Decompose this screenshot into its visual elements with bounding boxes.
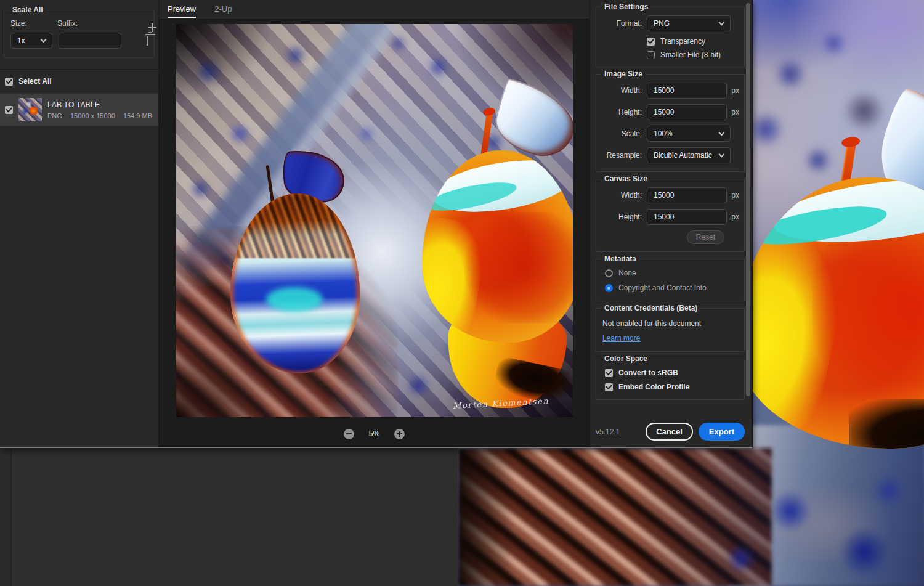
cancel-button[interactable]: Cancel: [646, 423, 693, 441]
learn-more-link[interactable]: Learn more: [602, 334, 640, 343]
file-item-checkbox[interactable]: [5, 106, 13, 114]
file-item-filesize: 154.9 MB: [123, 112, 152, 120]
big-apple-body-shape: [738, 177, 924, 449]
image-height-input[interactable]: [654, 108, 720, 116]
canvas-width-unit: px: [731, 191, 739, 200]
smaller-file-checkbox[interactable]: [647, 51, 655, 59]
format-label: Format:: [601, 19, 642, 28]
resample-dropdown[interactable]: Bicubic Automatic: [647, 147, 731, 163]
image-width-input[interactable]: [654, 86, 720, 95]
content-credentials-section: Content Credentials (Beta) Not enabled f…: [596, 308, 745, 352]
transparency-checkbox[interactable]: [647, 38, 655, 46]
file-list-item[interactable]: LAB TO TABLE PNG 15000 x 15000 154.9 MB: [0, 93, 158, 126]
format-dropdown[interactable]: PNG: [647, 15, 731, 31]
scale-all-legend: Scale All: [9, 6, 46, 14]
canvas-height-label: Height:: [601, 213, 642, 221]
chevron-down-icon: [719, 152, 725, 158]
embed-profile-label: Embed Color Profile: [618, 383, 689, 391]
smaller-file-label: Smaller File (8-bit): [660, 51, 721, 59]
image-width-label: Width:: [601, 86, 642, 95]
canvas-size-legend: Canvas Size: [601, 174, 650, 183]
preview-stage: Morten Klementsen: [159, 18, 590, 421]
reset-button[interactable]: Reset: [687, 230, 724, 244]
tab-preview[interactable]: Preview: [168, 0, 196, 18]
version-text: v5.12.1: [596, 428, 620, 436]
color-space-section: Color Space Convert to sRGB Embed Color …: [596, 359, 745, 400]
resample-label: Resample:: [601, 151, 642, 160]
select-all-row: Select All: [0, 70, 158, 93]
big-apple-shape: [738, 153, 924, 449]
metadata-copyright-radio[interactable]: [605, 284, 613, 292]
export-settings-panel: File Settings Format: PNG Transparency S…: [590, 0, 752, 447]
dialog-scrollbar[interactable]: [746, 3, 750, 396]
image-size-legend: Image Size: [601, 70, 646, 78]
artwork-navy-blobs-layer: [679, 450, 924, 586]
metadata-section: Metadata None Copyright and Contact Info: [596, 259, 745, 301]
photoshop-export-screen: Scale All Size: Suffix: 1x: [0, 0, 924, 586]
tab-2-up[interactable]: 2-Up: [214, 0, 232, 18]
metadata-copyright-label: Copyright and Contact Info: [618, 283, 707, 292]
scale-dropdown[interactable]: 100%: [647, 126, 731, 142]
scale-label: Scale:: [601, 129, 642, 138]
file-item-name: LAB TO TABLE: [47, 100, 152, 109]
file-settings-section: File Settings Format: PNG Transparency S…: [596, 7, 745, 67]
embed-profile-checkbox[interactable]: [605, 383, 613, 391]
canvas-height-unit: px: [731, 213, 739, 221]
trash-icon: [147, 36, 148, 46]
preview-tabbar: Preview 2-Up: [159, 0, 590, 18]
export-as-dialog: Scale All Size: Suffix: 1x: [0, 0, 753, 448]
image-height-label: Height:: [601, 108, 642, 116]
image-height-unit: px: [731, 108, 739, 116]
image-width-unit: px: [731, 86, 739, 95]
canvas-width-input[interactable]: [654, 191, 720, 200]
background-toolbar-strip: [0, 449, 12, 586]
orange-apple-body-shape: [423, 150, 573, 343]
transparency-label: Transparency: [660, 37, 705, 46]
scale-all-section: Scale All Size: Suffix: 1x: [4, 10, 155, 58]
file-item-dimensions: 15000 x 15000: [70, 112, 115, 120]
suffix-label: Suffix:: [57, 19, 78, 28]
chevron-down-icon: [41, 37, 47, 43]
canvas-width-label: Width:: [601, 191, 642, 200]
metadata-none-label: None: [618, 269, 636, 277]
blue-apple-body-shape: [230, 193, 360, 373]
zoom-level: 5%: [369, 429, 379, 438]
file-settings-legend: File Settings: [601, 2, 651, 11]
dialog-footer: v5.12.1 Cancel Export: [596, 418, 745, 441]
size-label: Size:: [10, 19, 57, 28]
canvas-size-section: Canvas Size Width: px Height: px Re: [596, 179, 745, 252]
chevron-down-icon: [719, 130, 725, 136]
export-left-panel: Scale All Size: Suffix: 1x: [0, 0, 159, 447]
select-all-checkbox[interactable]: [5, 78, 13, 86]
image-size-section: Image Size Width: px Height: px Sca: [596, 74, 745, 172]
preview-panel: Preview 2-Up: [159, 0, 590, 447]
content-credentials-legend: Content Credentials (Beta): [601, 304, 700, 312]
suffix-input-wrap: [59, 33, 121, 49]
file-item-thumbnail: [18, 98, 42, 121]
export-button[interactable]: Export: [699, 423, 745, 441]
preview-image[interactable]: Morten Klementsen: [176, 24, 573, 417]
metadata-legend: Metadata: [601, 254, 639, 263]
zoom-out-button[interactable]: [344, 429, 354, 439]
delete-scale-button[interactable]: [147, 36, 148, 45]
suffix-input[interactable]: [65, 36, 115, 45]
select-all-label: Select All: [18, 77, 52, 86]
blue-apple-shape: [230, 193, 362, 381]
scale-size-dropdown[interactable]: 1x: [10, 33, 52, 49]
chevron-down-icon: [719, 20, 725, 26]
content-credentials-status: Not enabled for this document: [602, 319, 739, 328]
zoom-in-button[interactable]: [394, 429, 405, 439]
color-space-legend: Color Space: [601, 354, 650, 363]
orange-apple-shape: [423, 150, 573, 415]
canvas-height-input[interactable]: [654, 213, 720, 221]
metadata-none-radio[interactable]: [605, 269, 613, 277]
zoom-controls: 5%: [159, 421, 590, 447]
file-item-format: PNG: [47, 112, 62, 120]
convert-srgb-checkbox[interactable]: [605, 369, 613, 377]
convert-srgb-label: Convert to sRGB: [618, 368, 678, 377]
